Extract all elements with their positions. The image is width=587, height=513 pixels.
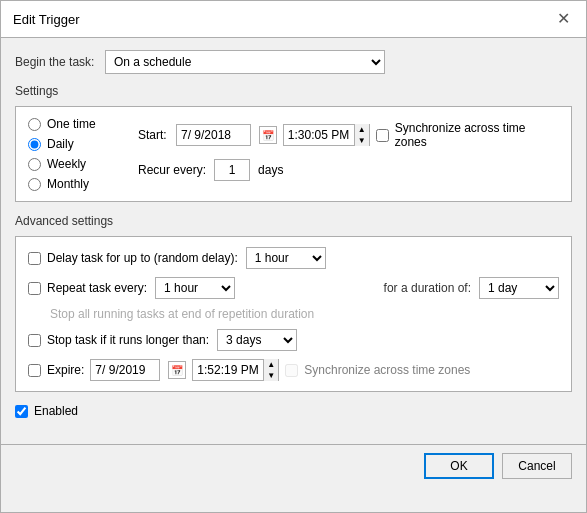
start-label: Start: [138,128,170,142]
expire-label: Expire: [47,363,84,377]
for-duration-dropdown[interactable]: 1 day 1 hour Indefinitely [479,277,559,299]
calendar-icon[interactable]: 📅 [259,126,277,144]
ok-button[interactable]: OK [424,453,494,479]
radio-daily[interactable]: Daily [28,137,118,151]
start-time-input[interactable] [284,125,354,145]
delay-task-checkbox-label[interactable]: Delay task for up to (random delay): [28,251,238,265]
settings-inner: One time Daily Weekly Monthly [28,117,559,191]
expire-checkbox-label[interactable]: Expire: [28,363,84,377]
expire-time-down-button[interactable]: ▼ [263,370,278,381]
radio-weekly-label: Weekly [47,157,86,171]
radio-one-time-input[interactable] [28,118,41,131]
radio-one-time[interactable]: One time [28,117,118,131]
enabled-label: Enabled [34,404,78,418]
radio-one-time-label: One time [47,117,96,131]
begin-task-dropdown[interactable]: On a schedule At log on At startup [105,50,385,74]
expire-calendar-icon[interactable]: 📅 [168,361,186,379]
edit-trigger-dialog: Edit Trigger ✕ Begin the task: On a sche… [0,0,587,513]
delay-task-label: Delay task for up to (random delay): [47,251,238,265]
enabled-row: Enabled [15,404,572,418]
delay-task-checkbox[interactable] [28,252,41,265]
title-bar: Edit Trigger ✕ [1,1,586,38]
start-time-spinner: ▲ ▼ [283,124,370,146]
advanced-box: Delay task for up to (random delay): 1 h… [15,236,572,392]
radio-monthly[interactable]: Monthly [28,177,118,191]
close-button[interactable]: ✕ [553,9,574,29]
sync-timezone-label: Synchronize across time zones [395,121,559,149]
expire-time-spinner-buttons: ▲ ▼ [263,359,278,381]
enabled-checkbox-label[interactable]: Enabled [15,404,78,418]
settings-box: One time Daily Weekly Monthly [15,106,572,202]
expire-sync-timezone-checkbox [285,364,298,377]
radio-daily-label: Daily [47,137,74,151]
dialog-content: Begin the task: On a schedule At log on … [1,38,586,444]
recur-label: Recur every: [138,163,206,177]
for-duration-label: for a duration of: [384,281,471,295]
radio-weekly-input[interactable] [28,158,41,171]
radio-weekly[interactable]: Weekly [28,157,118,171]
stop-longer-dropdown[interactable]: 3 days 1 hour 1 day [217,329,297,351]
advanced-section-label: Advanced settings [15,214,572,228]
schedule-type-radio-group: One time Daily Weekly Monthly [28,117,118,191]
repeat-interval-dropdown[interactable]: 1 hour 30 minutes 1 day [155,277,235,299]
dialog-title: Edit Trigger [13,12,79,27]
repeat-task-checkbox-label[interactable]: Repeat task every: [28,281,147,295]
radio-monthly-input[interactable] [28,178,41,191]
stop-longer-checkbox[interactable] [28,334,41,347]
begin-task-row: Begin the task: On a schedule At log on … [15,50,572,74]
cancel-button[interactable]: Cancel [502,453,572,479]
enabled-checkbox[interactable] [15,405,28,418]
stop-longer-label: Stop task if it runs longer than: [47,333,209,347]
time-spinner-buttons: ▲ ▼ [354,124,369,146]
expire-time-up-button[interactable]: ▲ [263,359,278,370]
radio-monthly-label: Monthly [47,177,89,191]
expire-row: Expire: 📅 ▲ ▼ Synchronize across time zo… [28,359,559,381]
expire-date-input[interactable] [90,359,160,381]
stop-running-label: Stop all running tasks at end of repetit… [50,307,314,321]
expire-time-input[interactable] [193,360,263,380]
button-row: OK Cancel [1,444,586,491]
recur-value-input[interactable] [214,159,250,181]
days-label: days [258,163,283,177]
radio-daily-input[interactable] [28,138,41,151]
stop-longer-checkbox-label[interactable]: Stop task if it runs longer than: [28,333,209,347]
sync-timezone-checkbox-label[interactable]: Synchronize across time zones [376,121,559,149]
begin-task-label: Begin the task: [15,55,105,69]
repeat-task-checkbox[interactable] [28,282,41,295]
expire-time-spinner: ▲ ▼ [192,359,279,381]
expire-sync-label: Synchronize across time zones [304,363,470,377]
time-down-button[interactable]: ▼ [354,135,369,146]
time-up-button[interactable]: ▲ [354,124,369,135]
settings-section-label: Settings [15,84,572,98]
expire-checkbox[interactable] [28,364,41,377]
stop-longer-row: Stop task if it runs longer than: 3 days… [28,329,559,351]
repeat-task-label: Repeat task every: [47,281,147,295]
sync-timezone-checkbox[interactable] [376,129,389,142]
repeat-task-row: Repeat task every: 1 hour 30 minutes 1 d… [28,277,559,299]
recur-row: Recur every: days [138,159,559,181]
delay-duration-dropdown[interactable]: 1 hour 30 minutes 1 day [246,247,326,269]
start-date-input[interactable] [176,124,251,146]
settings-right-panel: Start: 📅 ▲ ▼ Synchronize acro [138,117,559,181]
start-row: Start: 📅 ▲ ▼ Synchronize acro [138,121,559,149]
delay-task-row: Delay task for up to (random delay): 1 h… [28,247,559,269]
stop-running-row: Stop all running tasks at end of repetit… [28,307,559,321]
expire-sync-timezone-label[interactable]: Synchronize across time zones [285,363,470,377]
